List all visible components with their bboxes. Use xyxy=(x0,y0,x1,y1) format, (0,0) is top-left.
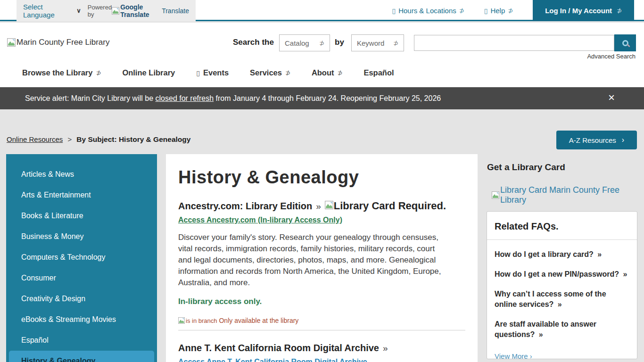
related-faqs-heading: Related FAQs. xyxy=(495,221,629,239)
library-card-link[interactable]: Library Card Marin County Free Library xyxy=(492,185,644,205)
sidebar-item-business-money[interactable]: Business & Money xyxy=(6,226,157,247)
nav-about[interactable]: About ⊅ xyxy=(312,68,343,77)
external-link-icon: ⊅ xyxy=(459,7,464,14)
external-link-icon: ⊅ xyxy=(508,7,513,14)
page: Select Language ∨ Powered by Google Tran… xyxy=(0,0,644,362)
chevron-right-icon: › xyxy=(530,352,532,360)
utility-bar: Select Language ∨ Powered by Google Tran… xyxy=(0,0,644,21)
help-icon: ▯ xyxy=(484,7,488,15)
related-faqs-box: Related FAQs. How do I get a library car… xyxy=(487,211,637,359)
resource-anne-kent-link[interactable]: Anne T. Kent California Room Digital Arc… xyxy=(178,343,379,354)
library-card-required-badge: Library Card Required. xyxy=(325,200,446,212)
service-alert-banner: Service alert: Marin City Library will b… xyxy=(0,87,644,109)
library-card-alt-text: Library Card Marin County Free Library xyxy=(500,185,644,205)
language-selector[interactable]: Select Language ∨ Powered by Google Tran… xyxy=(17,0,196,21)
access-ancestry-link[interactable]: Access Ancestry.com (In-library Access O… xyxy=(178,216,342,224)
sidebar-item-books-literature[interactable]: Books & Literature xyxy=(6,206,157,226)
breadcrumb-separator: > xyxy=(67,135,72,143)
external-link-icon: ⊅ xyxy=(96,69,101,76)
nav-label: About xyxy=(312,68,334,77)
search-type-select[interactable]: Keyword ⊅ xyxy=(351,34,404,51)
nav-label: Online Library xyxy=(122,68,175,77)
branch-availability-row: is in branch Only available at the libra… xyxy=(178,317,465,324)
nav-events[interactable]: ▯ Events xyxy=(196,68,229,77)
faq-label: How do I get a library card? xyxy=(495,250,594,258)
nav-espanol[interactable]: Español xyxy=(363,68,394,77)
faq-label: Why can’t I access some of the online se… xyxy=(495,290,606,308)
breadcrumb: Online Resources > By Subject: History &… xyxy=(7,135,190,144)
faq-online-services-link[interactable]: Why can’t I access some of the online se… xyxy=(495,289,629,310)
alert-text-suffix: from January 4 through February 24. Reop… xyxy=(214,94,441,102)
nav-browse-the-library[interactable]: Browse the Library ⊅ xyxy=(22,68,101,77)
login-label: Log In / My Account xyxy=(545,7,612,15)
az-resources-label: A-Z Resources xyxy=(569,136,616,144)
access-anne-kent-link[interactable]: Access Anne T. Kent California Room Digi… xyxy=(178,358,367,362)
alert-closed-for-refresh-link[interactable]: closed for refresh xyxy=(156,94,214,102)
search-type-value: Keyword xyxy=(357,39,384,47)
sidebar-item-espanol[interactable]: Español xyxy=(6,330,157,351)
view-more-link[interactable]: View More › xyxy=(495,352,532,360)
branch-icon-alt: is in branch xyxy=(178,317,217,324)
search-input[interactable] xyxy=(414,35,614,51)
broken-image-icon xyxy=(325,201,333,209)
external-link-icon: ⊅ xyxy=(617,7,622,14)
logo-alt-text: Marin County Free Library xyxy=(17,38,109,47)
sidebar-item-consumer[interactable]: Consumer xyxy=(6,268,157,288)
select-language-label[interactable]: Select Language xyxy=(23,3,62,19)
sidebar-item-computers-technology[interactable]: Computers & Technology xyxy=(6,247,157,268)
nav-online-library[interactable]: Online Library xyxy=(122,68,175,77)
double-arrow-icon: » xyxy=(383,343,388,354)
advanced-search-link[interactable]: Advanced Search xyxy=(587,53,636,60)
login-my-account-button[interactable]: Log In / My Account ⊅ xyxy=(533,0,634,21)
external-link-icon: ⊅ xyxy=(285,69,290,76)
resource-divider xyxy=(178,330,465,330)
hours-locations-link[interactable]: ▯ Hours & Locations ⊅ xyxy=(392,7,464,15)
double-arrow-icon: » xyxy=(539,330,543,338)
calendar-icon: ▯ xyxy=(196,69,200,77)
resource-description: Discover your family's story. Research y… xyxy=(178,232,446,288)
faq-library-card-link[interactable]: How do I get a library card? » xyxy=(495,249,629,260)
resource-heading-row: Anne T. Kent California Room Digital Arc… xyxy=(178,343,465,354)
az-resources-button[interactable]: A-Z Resources › xyxy=(556,131,637,149)
translate-link[interactable]: Translate xyxy=(162,7,189,15)
sidebar-item-history-genealogy[interactable]: History & Genealogy xyxy=(9,351,154,362)
broken-image-icon xyxy=(492,191,499,199)
main-nav: Browse the Library ⊅ Online Library ▯ Ev… xyxy=(22,68,394,77)
utility-links: ▯ Hours & Locations ⊅ ▯ Help ⊅ Log In / … xyxy=(392,0,634,21)
faq-divider xyxy=(487,239,637,240)
double-arrow-icon: » xyxy=(623,270,627,278)
page-title: History & Genealogy xyxy=(178,167,465,188)
nav-label: Events xyxy=(203,68,229,77)
sidebar-item-articles-news[interactable]: Articles & News xyxy=(6,164,157,185)
help-link[interactable]: ▯ Help ⊅ xyxy=(484,7,513,15)
faq-staff-questions-link[interactable]: Are staff available to answer questions?… xyxy=(495,319,629,340)
search-scope-select[interactable]: Catalog ⊅ xyxy=(279,34,330,51)
branch-alt-text: is in branch xyxy=(186,317,217,324)
nav-label: Español xyxy=(363,68,394,77)
close-icon[interactable]: × xyxy=(608,92,615,103)
chevron-down-icon: ∨ xyxy=(76,7,81,14)
faq-pin-password-link[interactable]: How do I get a new PIN/password? » xyxy=(495,269,629,280)
sidebar-item-arts-entertainment[interactable]: Arts & Entertainment xyxy=(6,185,157,206)
search-button[interactable] xyxy=(614,34,636,51)
site-header: Marin County Free Library Search the Cat… xyxy=(0,23,644,87)
sidebar-item-ebooks-streaming[interactable]: eBooks & Streaming Movies xyxy=(6,309,157,330)
alert-text-prefix: Service alert: Marin City Library will b… xyxy=(25,94,156,102)
help-label: Help xyxy=(490,7,505,15)
faq-label: Are staff available to answer questions? xyxy=(495,320,596,338)
select-arrow-icon: ⊅ xyxy=(393,40,398,47)
alert-text: Service alert: Marin City Library will b… xyxy=(25,94,441,103)
double-arrow-icon: » xyxy=(558,300,562,308)
resource-ancestry-link[interactable]: Ancestry.com: Library Edition xyxy=(178,201,312,212)
double-arrow-icon: » xyxy=(316,201,321,212)
nav-services[interactable]: Services ⊅ xyxy=(250,68,290,77)
main-content: History & Genealogy Ancestry.com: Librar… xyxy=(166,154,478,362)
resource-heading-row: Ancestry.com: Library Edition » Library … xyxy=(178,200,465,212)
breadcrumb-online-resources-link[interactable]: Online Resources xyxy=(7,135,63,143)
search-the-label: Search the xyxy=(233,38,274,47)
nav-label: Services xyxy=(250,68,282,77)
select-arrow-icon: ⊅ xyxy=(319,40,324,47)
sidebar-item-creativity-design[interactable]: Creativity & Design xyxy=(6,288,157,309)
by-label: by xyxy=(335,38,344,47)
site-logo[interactable]: Marin County Free Library xyxy=(7,38,109,47)
